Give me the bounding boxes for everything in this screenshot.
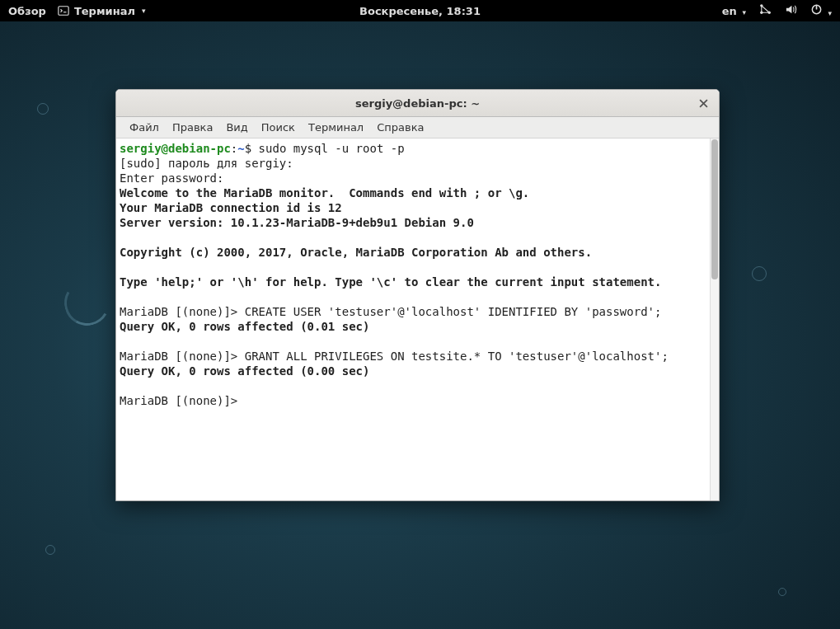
chevron-down-icon: ▾ [742, 8, 746, 16]
menu-edit[interactable]: Правка [166, 119, 219, 136]
wallpaper-bubble [752, 266, 767, 281]
power-icon[interactable]: ▾ [810, 3, 832, 18]
active-app-indicator[interactable]: Терминал ▾ [58, 5, 146, 17]
keyboard-layout-indicator[interactable]: en ▾ [722, 5, 746, 17]
network-icon[interactable] [759, 3, 772, 18]
menu-bar: Файл Правка Вид Поиск Терминал Справка [116, 117, 719, 138]
terminal-icon [58, 5, 69, 16]
menu-help[interactable]: Справка [370, 119, 430, 136]
window-titlebar[interactable]: sergiy@debian-pc: ~ [116, 90, 719, 117]
terminal-textarea[interactable]: sergiy@debian-pc:~$ sudo mysql -u root -… [116, 138, 719, 500]
scrollbar-thumb[interactable] [711, 139, 718, 279]
chevron-down-icon: ▾ [142, 7, 146, 15]
volume-icon[interactable] [785, 3, 797, 18]
wallpaper-swoosh [59, 275, 115, 331]
top-panel: Обзор Терминал ▾ Воскресенье, 18:31 en ▾… [0, 0, 840, 21]
window-title: sergiy@debian-pc: ~ [355, 97, 480, 110]
menu-file[interactable]: Файл [123, 119, 166, 136]
terminal-scrollbar[interactable] [710, 138, 719, 500]
terminal-output: sergiy@debian-pc:~$ sudo mysql -u root -… [120, 141, 716, 408]
chevron-down-icon: ▾ [828, 9, 832, 17]
active-app-name: Терминал [74, 5, 135, 17]
menu-terminal[interactable]: Терминал [302, 119, 370, 136]
activities-button[interactable]: Обзор [8, 5, 46, 17]
wallpaper-bubble [45, 545, 55, 555]
svg-rect-0 [59, 7, 68, 16]
wallpaper-bubble [37, 103, 49, 115]
menu-search[interactable]: Поиск [255, 119, 302, 136]
wallpaper-bubble [778, 588, 786, 596]
close-button[interactable] [696, 96, 711, 110]
terminal-window: sergiy@debian-pc: ~ Файл Правка Вид Поис… [115, 89, 720, 501]
clock[interactable]: Воскресенье, 18:31 [359, 5, 481, 17]
close-icon [699, 99, 708, 108]
menu-view[interactable]: Вид [219, 119, 254, 136]
